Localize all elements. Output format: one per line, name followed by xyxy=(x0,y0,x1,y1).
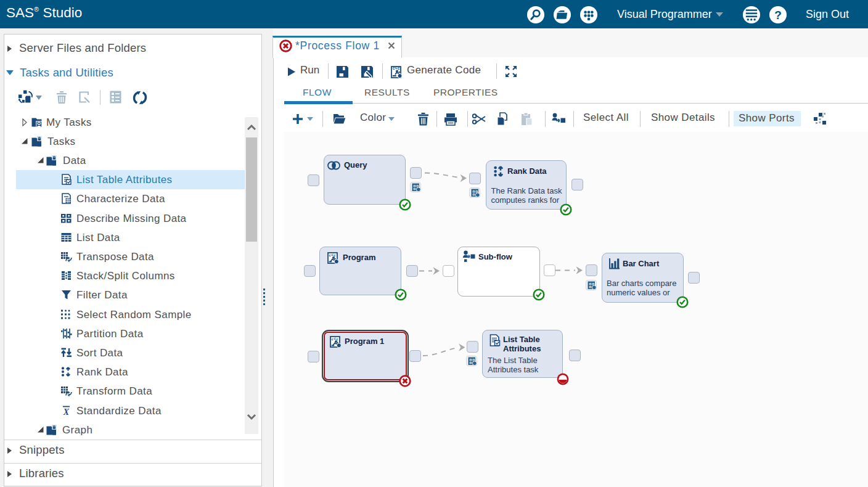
svg-text:c: c xyxy=(398,66,400,70)
svg-text:X: X xyxy=(63,407,70,416)
svg-text:?: ? xyxy=(774,8,782,21)
